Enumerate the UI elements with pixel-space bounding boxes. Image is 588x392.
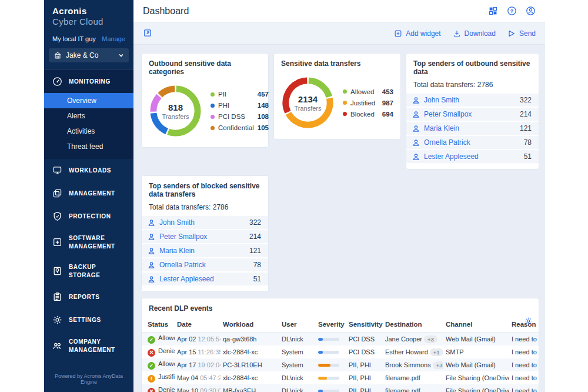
legend-item: PHI 148: [211, 102, 269, 109]
sender-transfer-count: 51: [524, 152, 532, 161]
dlp-event-row[interactable]: !Justified May 04 05:47:29 xlc-2884f-xc …: [142, 371, 539, 384]
sender-name-link[interactable]: Peter Smallpox: [424, 110, 472, 118]
legend-item: Confidential 105: [211, 124, 269, 131]
send-button[interactable]: Send: [507, 29, 536, 38]
tenant-name: Jake & Co: [66, 51, 98, 59]
sidebar-item-workloads[interactable]: WORKLOADS: [44, 159, 133, 182]
column-header-user[interactable]: User: [279, 316, 316, 333]
sidebar-item-settings[interactable]: SETTINGS: [44, 308, 133, 331]
sidebar-item-threat-feed[interactable]: Threat feed: [44, 139, 133, 154]
legend-item: PII 457: [211, 91, 269, 98]
nav-section-management: MANAGEMENT: [44, 182, 133, 205]
sender-name-link[interactable]: Lester Appleseed: [424, 152, 479, 161]
column-header-status[interactable]: Status: [142, 316, 175, 333]
sender-name-link[interactable]: Ornella Patrick: [159, 261, 206, 269]
sidebar-item-company-management[interactable]: COMPANY MANAGEMENT: [44, 331, 133, 360]
sidebar-item-overview[interactable]: Overview: [44, 93, 133, 108]
sidebar-item-alerts[interactable]: Alerts: [44, 108, 133, 124]
sender-name-link[interactable]: Peter Smallpox: [159, 232, 207, 241]
toolbar-actions: Add widget Download Send: [394, 29, 536, 38]
account-icon[interactable]: [526, 6, 536, 16]
cell-severity: [316, 333, 346, 346]
sender-row[interactable]: John Smith 322: [142, 216, 268, 229]
column-header-severity[interactable]: Severity: [316, 316, 346, 333]
main-area: Dashboard ?: [133, 0, 545, 392]
widget-top-senders-outbound: Top senders of outbound sensitive data T…: [406, 53, 539, 170]
dlp-events-table: StatusDateWorkloadUserSeveritySensitivit…: [142, 316, 539, 392]
column-header-sensitivity[interactable]: Sensitivity: [346, 316, 383, 333]
total-data-transfers: Total data transfers: 2786: [406, 76, 539, 94]
sender-transfer-count: 78: [524, 138, 532, 147]
more-destinations-badge[interactable]: +3: [424, 335, 437, 343]
sidebar-item-reports[interactable]: REPORTS: [44, 285, 133, 308]
cell-destination: Jane Cooper+3: [383, 333, 443, 346]
sidebar-item-backup-storage[interactable]: BACKUP STORAGE: [44, 257, 133, 285]
sender-transfer-count: 214: [520, 110, 532, 118]
sender-row[interactable]: Lester Appleseed 51: [406, 150, 539, 163]
sender-name-link[interactable]: Lester Appleseed: [159, 275, 214, 283]
sidebar-item-software-management[interactable]: SOFTWARE MANAGEMENT: [44, 228, 133, 257]
cell-status: ✓Allowed: [142, 333, 175, 346]
user-icon: [412, 125, 420, 132]
column-header-workload[interactable]: Workload: [220, 316, 279, 333]
sender-row[interactable]: Peter Smallpox 214: [142, 230, 268, 243]
square-plus-icon: [52, 237, 62, 247]
cell-severity: [316, 346, 346, 358]
more-destinations-badge[interactable]: +1: [430, 348, 443, 356]
widget-title: Top senders of outbound sensitive data: [406, 54, 539, 76]
help-icon[interactable]: ?: [507, 6, 517, 16]
user-icon: [148, 247, 155, 255]
dlp-event-row[interactable]: ✕Denied May 10 09:30:03 MB-fxa3EH DL\nic…: [142, 384, 539, 392]
sender-name-link[interactable]: John Smith: [159, 218, 195, 227]
status-justified-icon: !: [148, 375, 155, 383]
sender-row[interactable]: Ornella Patrick 78: [406, 136, 539, 149]
sender-name-link[interactable]: Maria Klein: [424, 124, 459, 132]
download-button[interactable]: Download: [453, 29, 496, 38]
donut-total: 818: [168, 102, 183, 112]
nav-section-protection: PROTECTION: [44, 205, 133, 228]
cell-status: ✓Allowed: [142, 358, 175, 371]
sidebar-item-activities[interactable]: Activities: [44, 124, 133, 139]
dlp-event-row[interactable]: ✕Denied Apr 15 11:26:35 xlc-2884f-xc Sys…: [142, 346, 539, 358]
manage-link[interactable]: Manage: [102, 35, 125, 42]
severity-bar: [318, 390, 339, 392]
more-destinations-badge[interactable]: +3: [433, 361, 443, 369]
sender-name-link[interactable]: Ornella Patrick: [424, 138, 470, 147]
backup-drive-icon: [52, 266, 62, 276]
column-header-channel[interactable]: Channel: [443, 316, 509, 333]
column-header-date[interactable]: Date: [175, 316, 220, 333]
status-allowed-icon: ✓: [148, 336, 155, 344]
add-widget-button[interactable]: Add widget: [394, 29, 440, 38]
dlp-event-row[interactable]: ✓Allowed Apr 17 19:02:04 PC-3LR10EH Syst…: [142, 358, 539, 371]
people-icon: [52, 341, 62, 351]
sender-row[interactable]: Peter Smallpox 214: [406, 108, 539, 121]
dlp-event-row[interactable]: ✓Allowed Apr 02 12:05:54 qa-gw3t68h DL\n…: [142, 333, 539, 346]
sender-row[interactable]: John Smith 322: [406, 94, 539, 107]
gear-icon: [52, 315, 62, 325]
sender-name-link[interactable]: John Smith: [424, 96, 459, 104]
sender-row[interactable]: Maria Klein 121: [406, 122, 539, 135]
sidebar-item-monitoring[interactable]: MONITORING: [44, 70, 133, 93]
cell-sensitivity: PII, PHI: [346, 384, 383, 392]
sidebar-item-label: SOFTWARE MANAGEMENT: [69, 234, 125, 250]
nav-section-reports: REPORTS: [44, 285, 133, 308]
sidebar-item-protection[interactable]: PROTECTION: [44, 205, 133, 228]
sender-row[interactable]: Maria Klein 121: [142, 244, 268, 257]
sender-transfer-count: 322: [249, 218, 261, 227]
sender-transfer-count: 78: [253, 261, 261, 269]
cell-sensitivity: PII, PHI: [346, 358, 383, 371]
column-header-destination[interactable]: Destination: [383, 316, 443, 333]
cell-date: Apr 17 19:02:04: [175, 358, 220, 371]
chevron-down-icon: [118, 52, 124, 58]
cell-status: !Justified: [142, 371, 175, 384]
sender-row[interactable]: Lester Appleseed 51: [142, 273, 268, 285]
legend-item: PCI DSS 108: [211, 113, 269, 120]
cell-user: DL\nick: [279, 384, 316, 392]
apps-grid-icon[interactable]: [488, 6, 498, 16]
sender-name-link[interactable]: Maria Klein: [159, 247, 195, 255]
sidebar-item-management[interactable]: MANAGEMENT: [44, 182, 133, 205]
expand-icon[interactable]: [143, 28, 153, 38]
sender-row[interactable]: Ornella Patrick 78: [142, 258, 268, 271]
tenant-selector[interactable]: Jake & Co: [49, 48, 129, 62]
table-settings-gear-icon[interactable]: [524, 317, 533, 325]
